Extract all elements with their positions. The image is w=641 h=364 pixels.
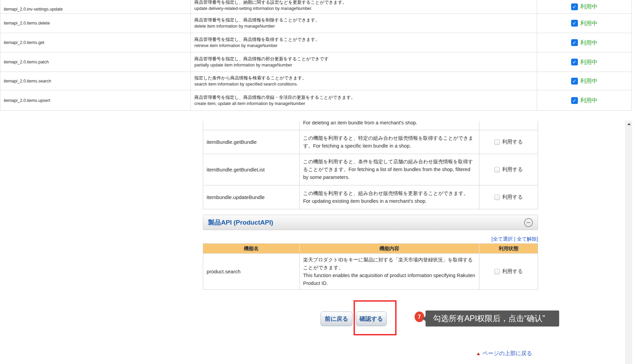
description: この機能を利用すると、特定の組み合わせ販売情報を取得することができます。For … xyxy=(303,134,476,150)
scrollbar-up-button[interactable] xyxy=(626,121,632,127)
table-cell-status: 利用する xyxy=(479,154,538,185)
back-to-top-link[interactable]: ページの上部に戻る xyxy=(482,350,532,357)
use-label: 利用する xyxy=(502,139,523,145)
description: この機能を利用すると、組み合わせ販売情報を更新することができます。For upd… xyxy=(303,189,476,205)
use-label: 利用する xyxy=(502,194,523,200)
table-cell-status: 利用する xyxy=(479,254,538,290)
description-en: delete item information by manageNumber xyxy=(194,23,533,29)
table-cell-description: 商品管理番号を指定し、商品情報の部分更新をすることができです partially… xyxy=(191,52,537,72)
description-ja: 商品管理番号を指定し、商品情報を取得することができます。 xyxy=(194,36,533,43)
table-cell-description: 商品管理番号を指定し、商品情報を削除することができます。 delete item… xyxy=(191,14,537,33)
collapse-minus-icon[interactable] xyxy=(524,218,533,227)
table-cell-api-name: itemapi_2.0.items.upsert xyxy=(0,90,191,111)
description-en: search item information by specified sea… xyxy=(194,81,533,87)
table-cell-description: 指定した条件から商品情報を検索することができます。 search item in… xyxy=(191,72,537,90)
function-name: itemBundle.getBundleList xyxy=(207,167,296,172)
up-triangle-icon xyxy=(477,352,480,355)
in-use-label: 利用中 xyxy=(580,58,598,66)
checked-checkbox-icon[interactable] xyxy=(571,3,578,10)
description-en: For deleting an item bundle from a merch… xyxy=(303,121,476,127)
description: この機能を利用すると、条件を指定して店舗の組み合わせ販売情報を取得することができ… xyxy=(303,158,476,181)
page: itemapi_2.0.inv-settings.update 商品管理番号を指… xyxy=(0,0,641,364)
table-cell-description: この機能を利用すると、特定の組み合わせ販売情報を取得することができます。For … xyxy=(300,130,479,154)
link-separator: | xyxy=(513,236,517,242)
function-name: itemBundle.getBundle xyxy=(207,139,296,145)
table-cell-status: 利用中 xyxy=(537,14,632,33)
back-button[interactable]: 前に戻る xyxy=(320,312,353,326)
annotation-highlight-rectangle xyxy=(354,300,397,335)
unchecked-checkbox-icon[interactable] xyxy=(494,139,500,145)
table-cell-status: 利用中 xyxy=(537,90,632,111)
table-cell-function-name: product.search xyxy=(203,254,300,290)
table-cell-description: For deleting an item bundle from a merch… xyxy=(300,121,479,130)
checked-checkbox-icon[interactable] xyxy=(571,78,578,85)
description-ja: 指定した条件から商品情報を検索することができます。 xyxy=(194,75,533,81)
table-cell-empty xyxy=(203,121,300,130)
table-cell-description: 商品管理番号を指定し、納期に関する設定などを更新することができます。 updat… xyxy=(191,0,537,14)
table-cell-function-name: itemBundle.getBundle xyxy=(203,130,300,154)
table-cell-description: この機能を利用すると、組み合わせ販売情報を更新することができます。For upd… xyxy=(300,185,479,209)
unchecked-checkbox-icon[interactable] xyxy=(494,167,500,172)
unchecked-checkbox-icon[interactable] xyxy=(494,269,500,274)
in-use-label: 利用中 xyxy=(580,96,598,104)
table-cell-status: 利用中 xyxy=(537,0,632,14)
function-name: itembundle.updateBundle xyxy=(207,194,296,200)
description-en: update delivery-related-setting informat… xyxy=(194,5,533,12)
column-header-function-content: 機能内容 xyxy=(300,243,479,254)
checked-checkbox-icon[interactable] xyxy=(571,20,578,27)
table-cell-description: 楽天プロダクトIDをキーに製品に対する「楽天市場内登録状況」を取得することができ… xyxy=(300,254,479,290)
checked-checkbox-icon[interactable] xyxy=(571,97,578,104)
table-cell-api-name: itemapi_2.0.inv-settings.update xyxy=(0,0,191,14)
table-cell-description: 商品管理番号を指定し、商品情報の登録・全項目の更新をすることができます。 cre… xyxy=(191,90,537,111)
use-label: 利用する xyxy=(502,166,523,173)
table-cell-description: この機能を利用すると、条件を指定して店舗の組み合わせ販売情報を取得することができ… xyxy=(300,154,479,185)
checked-checkbox-icon[interactable] xyxy=(571,39,578,46)
description-ja: 商品管理番号を指定し、納期に関する設定などを更新することができます。 xyxy=(194,0,533,5)
table-cell-function-name: itemBundle.getBundleList xyxy=(203,154,300,185)
api-name: itemapi_2.0.items.patch xyxy=(4,60,187,64)
table-cell-status: 利用中 xyxy=(537,72,632,90)
vertical-scrollbar[interactable] xyxy=(625,121,632,364)
table-cell-empty xyxy=(479,121,538,130)
in-use-label: 利用中 xyxy=(580,39,598,47)
table-cell-status: 利用中 xyxy=(537,52,632,72)
annotation-tooltip: 勾选所有API权限后，点击“确认” xyxy=(426,310,559,327)
table-cell-api-name: itemapi_2.0.items.patch xyxy=(0,52,191,72)
table-cell-function-name: itembundle.updateBundle xyxy=(203,185,300,209)
item-bundle-table: For deleting an item bundle from a merch… xyxy=(203,121,538,209)
scroll-up-arrow-icon xyxy=(627,123,631,125)
function-name: product.search xyxy=(207,269,296,274)
in-use-label: 利用中 xyxy=(580,19,598,27)
deselect-all-link[interactable]: 全て解除 xyxy=(517,236,537,242)
table-cell-api-name: itemapi_2.0.items.delete xyxy=(0,14,191,33)
tooltip-text: 勾选所有API权限后，点击“确认” xyxy=(433,313,545,324)
description-en: This function enables the acquisition of… xyxy=(303,272,476,287)
description-en: create item, update all item information… xyxy=(194,101,533,107)
in-use-label: 利用中 xyxy=(580,3,598,11)
api-name: itemapi_2.0.inv-settings.update xyxy=(4,7,187,12)
select-links: [全て選択 | 全て解除] xyxy=(203,236,538,242)
table-cell-status: 利用する xyxy=(479,185,538,209)
column-header-usage-status: 利用状態 xyxy=(479,243,538,254)
checked-checkbox-icon[interactable] xyxy=(571,59,578,65)
back-to-top[interactable]: ページの上部に戻る xyxy=(477,350,532,357)
api-name: itemapi_2.0.items.get xyxy=(4,40,187,45)
unchecked-checkbox-icon[interactable] xyxy=(494,195,500,200)
product-api-section-header[interactable]: 製品API (ProductAPI) xyxy=(203,215,538,230)
api-name: itemapi_2.0.items.upsert xyxy=(4,98,187,103)
api-name: itemapi_2.0.items.search xyxy=(4,79,187,84)
description-ja: 商品管理番号を指定し、商品情報を削除することができます。 xyxy=(194,17,533,23)
product-api-table: 機能名 機能内容 利用状態 product.search 楽天プロダクトIDをキ… xyxy=(203,243,538,290)
description-ja: 商品管理番号を指定し、商品情報の部分更新をすることができです xyxy=(194,56,533,62)
item-api-permissions-table: itemapi_2.0.inv-settings.update 商品管理番号を指… xyxy=(0,0,632,111)
description-en: partially update item information by man… xyxy=(194,62,533,68)
description-ja: 商品管理番号を指定し、商品情報の登録・全項目の更新をすることができます。 xyxy=(194,94,533,101)
section-title: 製品API (ProductAPI) xyxy=(208,218,273,227)
column-header-function-name: 機能名 xyxy=(203,243,300,254)
table-cell-status: 利用中 xyxy=(537,33,632,52)
bracket-close: ] xyxy=(537,236,538,242)
api-name: itemapi_2.0.items.delete xyxy=(4,21,187,26)
select-all-link[interactable]: 全て選択 xyxy=(493,236,512,242)
description-ja: 楽天プロダクトIDをキーに製品に対する「楽天市場内登録状況」を取得することができ… xyxy=(303,256,476,272)
use-label: 利用する xyxy=(502,268,523,275)
